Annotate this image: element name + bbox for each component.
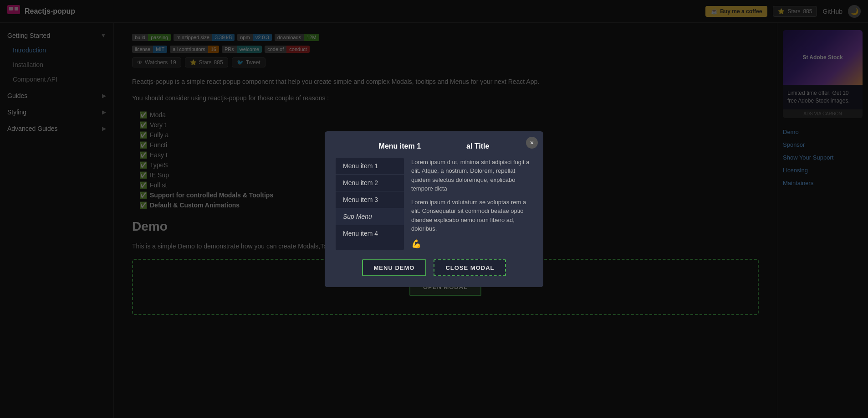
modal-close-button[interactable]: × [526, 137, 538, 149]
modal-title-left: Menu item 1 [379, 142, 421, 150]
close-modal-button[interactable]: CLOSE MODAL [434, 259, 506, 276]
menu-item-4[interactable]: Menu item 4 [336, 225, 404, 242]
modal-actions: MENU DEMO CLOSE MODAL [336, 259, 532, 276]
modal-layout: Menu item 1 Menu item 2 Menu item 3 Sup … [336, 158, 532, 250]
modal-title-right: al Title [466, 142, 489, 150]
menu-item-1[interactable]: Menu item 1 [336, 158, 404, 175]
menu-item-sup[interactable]: Sup Menu [336, 208, 404, 225]
modal-content: Lorem ipsum d ut, minima sint adipisci f… [411, 158, 532, 250]
main-content: build passing minzipped size 3.39 kB npm… [114, 23, 777, 418]
modal-container: × Menu item 1 al Title Menu item 1 Menu … [325, 131, 543, 287]
emoji-icon: 💪 [411, 239, 421, 248]
main-layout: Getting Started ▼ Introduction Installat… [0, 23, 868, 418]
menu-item-2[interactable]: Menu item 2 [336, 175, 404, 191]
menu-list: Menu item 1 Menu item 2 Menu item 3 Sup … [336, 158, 404, 250]
menu-demo-button[interactable]: MENU DEMO [362, 259, 427, 276]
menu-item-3[interactable]: Menu item 3 [336, 191, 404, 208]
modal-overlay[interactable]: × Menu item 1 al Title Menu item 1 Menu … [114, 23, 777, 418]
